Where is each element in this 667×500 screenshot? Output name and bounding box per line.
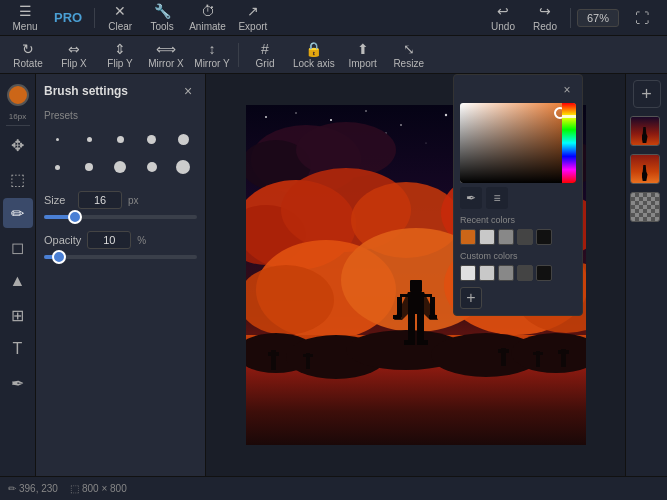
- eyedropper-tool[interactable]: ✒: [3, 368, 33, 398]
- preset-3[interactable]: [107, 127, 134, 151]
- recent-swatch-2[interactable]: [479, 229, 495, 245]
- top-toolbar: ☰ Menu PRO ✕ Clear 🔧 Tools ⏱ Animate ↗ E…: [0, 0, 667, 36]
- undo-button[interactable]: ↩ Undo: [484, 3, 522, 33]
- recent-swatch-4[interactable]: [517, 229, 533, 245]
- flip-y-label: Flip Y: [107, 58, 132, 69]
- active-color-swatch[interactable]: [7, 84, 29, 106]
- sliders-btn[interactable]: ≡: [486, 187, 508, 209]
- selection-tool[interactable]: ⬚: [3, 164, 33, 194]
- brand-label: PRO: [48, 10, 88, 25]
- custom-swatch-2[interactable]: [479, 265, 495, 281]
- svg-rect-44: [498, 349, 509, 353]
- preset-2[interactable]: [75, 127, 102, 151]
- preset-5[interactable]: [170, 127, 197, 151]
- frame-select-tool[interactable]: ⊞: [3, 300, 33, 330]
- add-layer-button[interactable]: +: [633, 80, 661, 108]
- menu-label: Menu: [12, 21, 37, 32]
- fill-tool[interactable]: ▲: [3, 266, 33, 296]
- custom-swatch-1[interactable]: [460, 265, 476, 281]
- opacity-slider-track[interactable]: [44, 255, 197, 259]
- right-panel: + 👁 👁 👁: [625, 74, 667, 476]
- preset-7[interactable]: [75, 155, 102, 179]
- brush-panel-close[interactable]: ×: [179, 82, 197, 100]
- redo-button[interactable]: ↪ Redo: [526, 3, 564, 33]
- export-icon: ↗: [247, 3, 259, 19]
- move-tool[interactable]: ✥: [3, 130, 33, 160]
- eraser-tool[interactable]: ◻: [3, 232, 33, 262]
- layer-1-thumb: [630, 116, 660, 146]
- custom-swatch-4[interactable]: [517, 265, 533, 281]
- opacity-input[interactable]: [87, 231, 131, 249]
- layer-item-1[interactable]: 👁: [630, 116, 664, 146]
- toolbar-sep-2: [570, 8, 571, 28]
- recent-swatch-5[interactable]: [536, 229, 552, 245]
- preset-6[interactable]: [44, 155, 71, 179]
- svg-rect-48: [558, 350, 569, 354]
- mirror-y-button[interactable]: ↕ Mirror Y: [190, 39, 234, 71]
- pencil-icon: ✏: [11, 204, 24, 223]
- flip-y-button[interactable]: ⇕ Flip Y: [98, 39, 142, 71]
- import-button[interactable]: ⬆ Import: [341, 39, 385, 71]
- size-input[interactable]: [78, 191, 122, 209]
- flip-x-icon: ⇔: [68, 41, 80, 57]
- recent-colors-label: Recent colors: [460, 215, 576, 225]
- brush-panel-title: Brush settings: [44, 84, 128, 98]
- add-color-button[interactable]: +: [460, 287, 482, 309]
- import-label: Import: [349, 58, 377, 69]
- svg-rect-60: [417, 340, 428, 345]
- rotate-button[interactable]: ↻ Rotate: [6, 39, 50, 71]
- tools-button[interactable]: 🔧 Tools: [143, 3, 181, 33]
- mirror-x-label: Mirror X: [148, 58, 184, 69]
- svg-rect-58: [417, 314, 424, 342]
- preset-1[interactable]: [44, 127, 71, 151]
- picker-close-btn[interactable]: ×: [558, 81, 576, 99]
- mirror-x-button[interactable]: ⟺ Mirror X: [144, 39, 188, 71]
- clear-button[interactable]: ✕ Clear: [101, 3, 139, 33]
- fullscreen-button[interactable]: ⛶: [623, 3, 661, 33]
- layer-item-3[interactable]: 👁: [630, 192, 664, 222]
- preset-4[interactable]: [138, 127, 165, 151]
- size-row: Size px: [44, 191, 197, 209]
- recent-swatches: [460, 229, 576, 245]
- tools-label: Tools: [150, 21, 173, 32]
- color-gradient[interactable]: [460, 103, 576, 183]
- resize-icon: ⤡: [403, 41, 415, 57]
- recent-swatch-1[interactable]: [460, 229, 476, 245]
- custom-swatch-5[interactable]: [536, 265, 552, 281]
- size-slider-thumb[interactable]: [68, 210, 82, 224]
- custom-swatch-3[interactable]: [498, 265, 514, 281]
- flip-x-button[interactable]: ⇔ Flip X: [52, 39, 96, 71]
- svg-rect-46: [533, 352, 543, 355]
- eyedropper-picker-btn[interactable]: ✒: [460, 187, 482, 209]
- layer-item-2[interactable]: 👁: [630, 154, 664, 184]
- size-label-text: Size: [44, 194, 72, 206]
- lock-axis-button[interactable]: 🔒 Lock axis: [289, 39, 339, 71]
- svg-point-2: [295, 112, 297, 114]
- export-button[interactable]: ↗ Export: [234, 3, 272, 33]
- preset-10[interactable]: [170, 155, 197, 179]
- resize-button[interactable]: ⤡ Resize: [387, 39, 431, 71]
- grid-button[interactable]: # Grid: [243, 39, 287, 71]
- left-sidebar: 16px ✥ ⬚ ✏ ◻ ▲ ⊞ T ✒: [0, 74, 36, 476]
- opacity-slider-thumb[interactable]: [52, 250, 66, 264]
- recent-swatch-3[interactable]: [498, 229, 514, 245]
- hue-bar[interactable]: [562, 103, 576, 183]
- picker-tools: ✒ ≡: [460, 187, 576, 209]
- preset-8[interactable]: [107, 155, 134, 179]
- svg-point-4: [365, 110, 367, 112]
- fullscreen-icon: ⛶: [635, 10, 649, 26]
- size-slider-track[interactable]: [44, 215, 197, 219]
- text-tool[interactable]: T: [3, 334, 33, 364]
- menu-button[interactable]: ☰ Menu: [6, 3, 44, 33]
- layer-2-thumb: [630, 154, 660, 184]
- clear-icon: ✕: [114, 3, 126, 19]
- animate-button[interactable]: ⏱ Animate: [185, 3, 230, 33]
- redo-icon: ↪: [539, 3, 551, 19]
- opacity-unit: %: [137, 235, 146, 246]
- coordinates-value: 396, 230: [19, 483, 58, 494]
- canvas-area[interactable]: ⊕ × ✒ ≡: [206, 74, 625, 476]
- pencil-tool[interactable]: ✏: [3, 198, 33, 228]
- opacity-row: Opacity %: [44, 231, 197, 249]
- zoom-display[interactable]: 67%: [577, 9, 619, 27]
- preset-9[interactable]: [138, 155, 165, 179]
